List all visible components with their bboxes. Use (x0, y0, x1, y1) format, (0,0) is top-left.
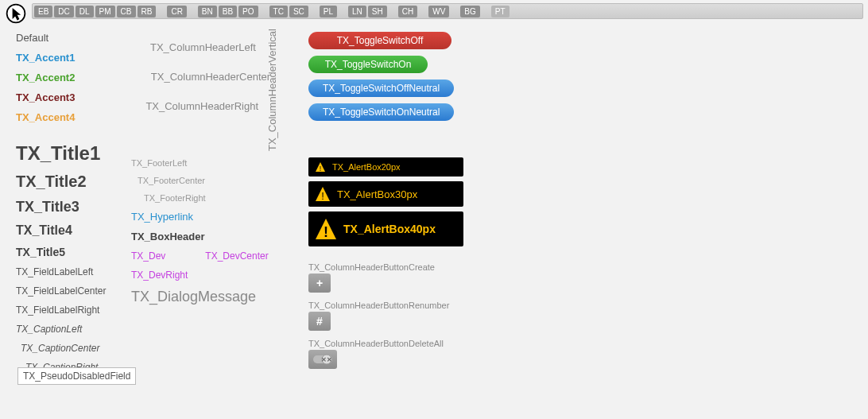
tab-bar: EB DC DL PM CB RB CR BN BB PO TC SC PL L… (32, 3, 863, 19)
toggle-off-neutral[interactable]: TX_ToggleSwitchOffNeutral (308, 80, 454, 97)
tx-caption-center: TX_CaptionCenter (16, 343, 131, 354)
colheader-btn-create-label: TX_ColumnHeaderButtonCreate (308, 262, 491, 272)
tx-caption-left: TX_CaptionLeft (16, 324, 131, 335)
tab-rb[interactable]: RB (138, 6, 157, 17)
tx-default: Default (16, 32, 131, 44)
tab-bb[interactable]: BB (219, 6, 237, 17)
alert-20: ! TX_AlertBox20px (308, 157, 463, 177)
toggle-on-neutral[interactable]: TX_ToggleSwitchOnNeutral (308, 103, 454, 121)
tab-eb[interactable]: EB (34, 6, 52, 17)
tx-accent4: TX_Accent4 (16, 111, 131, 123)
style-samples-col1: Default TX_Accent1 TX_Accent2 TX_Accent3… (16, 32, 131, 381)
toggle-on[interactable]: TX_ToggleSwitchOn (308, 56, 428, 73)
tx-hyperlink[interactable]: TX_Hyperlink (131, 211, 290, 223)
tab-bn[interactable]: BN (198, 6, 217, 17)
alert-40-label: TX_AlertBox40px (343, 223, 436, 235)
colheader-btn-renumber-label: TX_ColumnHeaderButtonRenumber (308, 301, 491, 310)
tab-ch[interactable]: CH (398, 6, 417, 17)
tab-pl[interactable]: PL (320, 6, 337, 17)
tx-title2: TX_Title2 (16, 173, 131, 191)
tab-bg[interactable]: BG (460, 6, 479, 17)
delete-all-button[interactable]: ✕✕ (308, 350, 337, 369)
tx-footer-right: TX_FooterRight (131, 193, 290, 203)
tx-colheader-vertical: TX_ColumnHeaderVertical (266, 32, 278, 151)
style-samples-col4: TX_ToggleSwitchOff TX_ToggleSwitchOn TX_… (308, 32, 491, 369)
delete-slider-icon: ✕✕ (313, 354, 332, 365)
tx-boxheader: TX_BoxHeader (131, 231, 290, 242)
tx-dev: TX_Dev (131, 250, 165, 262)
warning-icon: ! (315, 186, 331, 202)
tx-fieldlabel-right: TX_FieldLabelRight (16, 305, 131, 316)
tab-pt[interactable]: PT (491, 6, 510, 17)
tab-dl[interactable]: DL (76, 6, 94, 17)
warning-icon: ! (315, 218, 337, 240)
tx-fieldlabel-left: TX_FieldLabelLeft (16, 266, 131, 277)
svg-text:!: ! (320, 165, 322, 173)
renumber-button[interactable]: # (308, 312, 331, 331)
create-button[interactable]: + (308, 274, 331, 293)
tx-title4: TX_Title4 (16, 223, 131, 238)
tab-cb[interactable]: CB (117, 6, 136, 17)
tab-sh[interactable]: SH (368, 6, 387, 17)
svg-text:!: ! (324, 224, 328, 240)
tx-title5: TX_Title5 (16, 246, 131, 258)
style-sample-vertical: TX_ColumnHeaderVertical (266, 32, 290, 159)
tx-dialog-message: TX_DialogMessage (131, 289, 290, 305)
cursor-arrow-icon (5, 2, 27, 25)
alert-30: ! TX_AlertBox30px (308, 181, 463, 207)
plus-icon: + (316, 277, 323, 289)
tab-po[interactable]: PO (238, 6, 258, 17)
tx-title3: TX_Title3 (16, 199, 131, 215)
tx-dev-right: TX_DevRight (131, 270, 290, 281)
tx-footer-center: TX_FooterCenter (131, 176, 290, 185)
tx-fieldlabel-center: TX_FieldLabelCenter (16, 285, 131, 297)
tx-accent1: TX_Accent1 (16, 52, 131, 64)
svg-text:!: ! (321, 190, 324, 202)
tx-accent2: TX_Accent2 (16, 72, 131, 83)
toggle-off[interactable]: TX_ToggleSwitchOff (308, 32, 451, 49)
tx-accent3: TX_Accent3 (16, 91, 131, 103)
svg-text:✕✕: ✕✕ (321, 356, 332, 363)
tx-footer-left: TX_FooterLeft (131, 158, 290, 168)
tx-pseudo-disabled-field: TX_PseudoDisabledField (17, 367, 136, 385)
tab-cr[interactable]: CR (167, 6, 186, 17)
warning-icon: ! (315, 161, 326, 173)
alert-20-label: TX_AlertBox20px (332, 162, 401, 172)
alert-40: ! TX_AlertBox40px (308, 211, 463, 246)
alert-30-label: TX_AlertBox30px (337, 188, 417, 200)
colheader-btn-deleteall-label: TX_ColumnHeaderButtonDeleteAll (308, 339, 491, 348)
hash-icon: # (316, 315, 323, 328)
tab-wv[interactable]: WV (428, 6, 449, 17)
tab-tc[interactable]: TC (269, 6, 288, 17)
tx-dev-center: TX_DevCenter (205, 250, 268, 262)
tab-pm[interactable]: PM (95, 6, 115, 17)
tx-title1: TX_Title1 (16, 142, 131, 165)
tab-dc[interactable]: DC (54, 6, 73, 17)
tab-sc[interactable]: SC (289, 6, 308, 17)
tab-ln[interactable]: LN (348, 6, 366, 17)
